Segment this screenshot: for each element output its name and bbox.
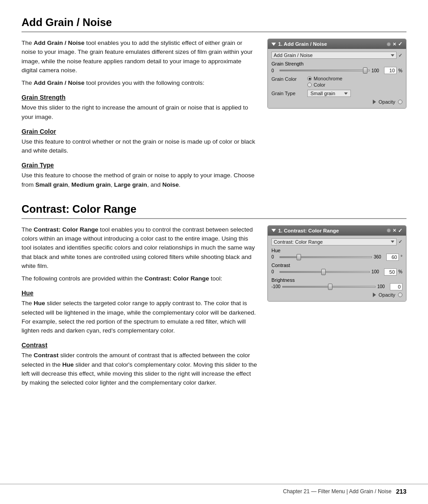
hue-body: The Hue slider selects the targeted colo… [22,299,258,335]
panel-close-icon[interactable]: ✕ [393,42,396,47]
contrast-panel-check-icon[interactable]: ✓ [398,228,402,234]
opacity-radio-icon[interactable] [398,100,402,104]
add-grain-bold-1: Add Grain / Noise [34,39,84,46]
contrast-opacity-radio-icon[interactable] [398,293,402,297]
grain-strength-thumb[interactable] [363,67,367,74]
contrast-intro-2: The following controls are provided with… [22,274,258,283]
grain-strength-unit: % [398,68,402,73]
grain-type-dropdown[interactable]: Small grain [307,90,351,97]
ui-panel-contrast-header: 1. Contrast: Color Range ✕ ✓ [268,226,406,236]
contrast-heading: Contrast [22,342,258,349]
contrast-dropdown-label: Contrast: Color Range [274,239,323,245]
ui-panel-contrast-body: Contrast: Color Range ✓ Hue 0 [268,236,406,301]
contrast-min: 0 [271,269,278,274]
triangle-icon [271,43,276,46]
ui-panel-grain: 1. Add Grain / Noise ✕ ✓ Add Grain / Noi… [267,39,406,109]
hue-unit: ° [401,254,402,259]
grain-strength-max: 100 [371,68,382,73]
grain-strength-track[interactable] [280,70,370,71]
ui-panel-grain-body: Add Grain / Noise ✓ Grain Strength 0 [268,49,406,108]
hue-slider-label: Hue [271,248,402,253]
grain-color-options: Monochrome Color [307,76,342,88]
grain-dropdown-label: Add Grain / Noise [274,53,313,58]
medium-grain-bold: Medium grain [71,181,111,188]
contrast-color-range-section: Contrast: Color Range 1. Contrast: Color… [22,203,406,391]
radio-color[interactable]: Color [307,82,342,88]
grain-dropdown[interactable]: Add Grain / Noise [271,52,397,59]
radio-monochrome-circle[interactable] [307,76,312,81]
radio-color-label: Color [314,82,325,88]
panel-dot [387,42,391,46]
grain-color-section: Grain Color Monochrome Color [271,76,402,88]
contrast-panel-dot [387,228,391,232]
brightness-slider-label: Brightness [271,277,402,283]
grain-color-body: Use this feature to control whether or n… [22,137,258,156]
contrast-thumb[interactable] [321,269,326,275]
contrast-panel-header-left: 1. Contrast: Color Range [271,228,339,233]
footer-page-number: 213 [396,488,406,495]
contrast-slider-section: Contrast 0 100 50 % [271,263,402,276]
brightness-track[interactable] [282,286,376,288]
panel-apply-check[interactable]: ✓ [398,53,402,58]
grain-strength-value[interactable]: 10 [384,67,397,74]
hue-value[interactable]: 60 [386,254,399,261]
noise-bold: Noise [162,181,179,188]
dropdown-row: Add Grain / Noise ✓ [271,52,402,59]
contrast-panel-controls: ✕ ✓ [387,228,402,234]
grain-type-value: Small grain [310,91,335,96]
brightness-thumb[interactable] [328,284,332,290]
add-grain-noise-title: Add Grain / Noise [22,16,406,32]
contrast-bold-2: Contrast: Color Range [144,275,209,282]
contrast-opacity-triangle-icon [373,293,376,297]
contrast-max: 100 [371,269,382,274]
contrast-body-bold-2: Hue [62,361,74,368]
panel-header-left: 1. Add Grain / Noise [271,41,327,47]
add-grain-bold-2: Add Grain / Noise [34,79,84,86]
hue-track[interactable] [280,256,372,258]
add-grain-noise-text: The Add Grain / Noise tool enables you t… [22,39,258,193]
contrast-bold-1: Contrast: Color Range [34,226,98,233]
contrast-body-bold-1: Contrast [34,352,59,359]
contrast-triangle-icon [271,229,276,232]
hue-bold: Hue [34,300,45,307]
contrast-opacity-row: Opacity [271,292,402,298]
opacity-row: Opacity [271,99,402,105]
radio-color-circle[interactable] [307,83,312,87]
grain-type-arrow-icon [344,92,348,95]
contrast-panel-close-icon[interactable]: ✕ [393,228,396,233]
contrast-slider-label: Contrast [271,263,402,268]
small-grain-bold: Small grain [35,181,68,188]
contrast-color-range-title: Contrast: Color Range [22,203,406,219]
add-grain-intro-2: The Add Grain / Noise tool provides you … [22,79,258,88]
contrast-apply-check[interactable]: ✓ [398,239,402,245]
grain-strength-min: 0 [271,68,278,73]
grain-strength-slider-section: Grain Strength 0 100 10 % [271,61,402,74]
contrast-value[interactable]: 50 [384,268,397,276]
contrast-intro-1: The Contrast: Color Range tool enables y… [22,225,258,271]
contrast-dropdown-arrow-icon [391,241,394,243]
add-grain-noise-section: Add Grain / Noise 1. Add Grain / Noise ✕… [22,16,406,193]
contrast-dropdown[interactable]: Contrast: Color Range [271,238,397,245]
grain-type-row: Grain Type Small grain [271,90,402,97]
hue-heading: Hue [22,289,258,297]
contrast-color-range-block: 1. Contrast: Color Range ✕ ✓ Contrast: C… [22,225,406,391]
radio-monochrome-label: Monochrome [314,76,342,81]
hue-thumb[interactable] [297,254,301,260]
grain-type-body: Use this feature to choose the method of… [22,171,258,189]
grain-strength-body: Move this slider to the right to increas… [22,103,258,122]
brightness-max: 100 [377,284,388,289]
ui-panel-grain-header: 1. Add Grain / Noise ✕ ✓ [268,39,406,49]
hue-slider-row: 0 360 60 ° [271,254,402,261]
add-grain-noise-block: 1. Add Grain / Noise ✕ ✓ Add Grain / Noi… [22,39,406,193]
radio-monochrome[interactable]: Monochrome [307,76,342,81]
hue-min: 0 [271,254,278,259]
panel-check-icon[interactable]: ✓ [398,41,402,47]
contrast-opacity-label: Opacity [379,292,395,298]
grain-strength-label: Grain Strength [271,61,402,66]
brightness-value[interactable]: 0 [390,283,402,290]
contrast-track[interactable] [280,271,370,273]
page-footer: Chapter 21 — Filter Menu | Add Grain / N… [0,484,428,495]
contrast-color-range-text: The Contrast: Color Range tool enables y… [22,225,258,391]
brightness-slider-row: -100 100 0 [271,283,402,290]
grain-strength-slider-row: 0 100 10 % [271,67,402,74]
